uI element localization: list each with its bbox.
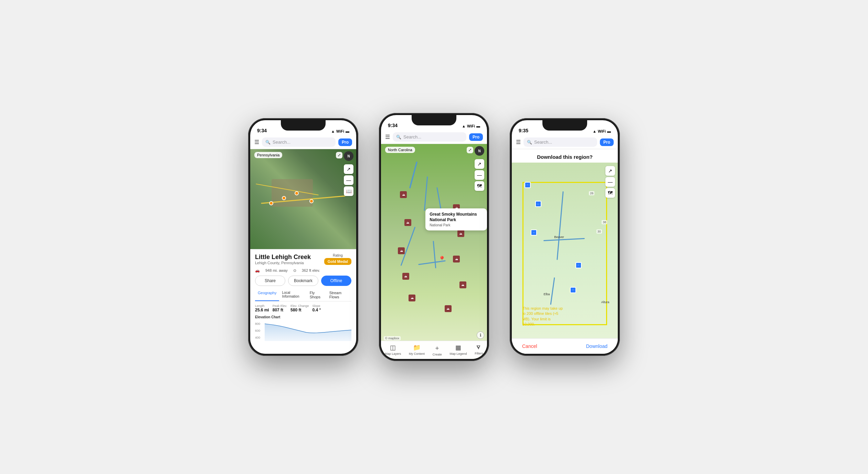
bottom-tab-content-label-2: My Content [409, 352, 425, 356]
download-header-3: Download this region? [512, 149, 618, 163]
map-controls-2: ↗ — 🗺 [475, 159, 484, 191]
download-footer-3: Cancel Download [512, 338, 618, 354]
bottom-tab-filters-label-2: Filters [475, 352, 483, 355]
bottom-tab-layers-label-2: Map Layers [385, 352, 401, 356]
scene: 9:34 ▲ WiFi ▬ ☰ 🔍 Search... Pro [234, 99, 634, 375]
zoom-btn-3[interactable]: — [605, 177, 615, 187]
bookmark-button-1[interactable]: Bookmark [288, 276, 318, 286]
search-bar-1: ☰ 🔍 Search... Pro [250, 135, 356, 149]
route-marker-2: ← [531, 229, 537, 236]
town-label-beaver: Beaver [554, 235, 564, 239]
tab-fly-shops-1[interactable]: Fly Shops [307, 289, 327, 301]
trail-marker-4: ⛰ [402, 273, 409, 280]
stat-elev-change-value-1: 580 ft [290, 308, 309, 312]
search-input-area-3[interactable]: 🔍 Search... [523, 137, 597, 147]
stat-length-value-1: 25.6 mi [255, 308, 269, 312]
status-icons-2: ▲ WiFi ▬ [462, 124, 480, 128]
stat-length-label-1: Length [255, 304, 269, 308]
offline-button-1[interactable]: Offline [321, 276, 351, 286]
status-icons-3: ▲ WiFi ▬ [593, 129, 611, 133]
zoom-btn-2[interactable]: — [475, 170, 484, 180]
tabs-row-1: Geography Local Information Fly Shops St… [255, 289, 351, 301]
compass-2: N [475, 146, 484, 156]
tab-local-1[interactable]: Local Information [279, 289, 307, 301]
trail-marker-9: ⛰ [459, 281, 466, 288]
elev-y-400: 400 [255, 336, 263, 339]
map-popup-2[interactable]: Great Smoky Mountains National Park Nati… [425, 208, 487, 230]
bottom-tab-filters-2[interactable]: ⛛ Filters [475, 344, 483, 356]
trail-header-1: Little Lehigh Creek Lehigh County, Penns… [255, 254, 351, 267]
menu-icon-3[interactable]: ☰ [516, 139, 521, 145]
town-label-elba: Elba [543, 292, 550, 296]
stat-peak-elev-value-1: 807 ft [273, 308, 287, 312]
bottom-tab-create-label-2: Create [433, 353, 442, 356]
search-input-area-2[interactable]: 🔍 Search... [393, 132, 466, 142]
route-marker-arrow-1: ← [537, 203, 540, 206]
search-icon-3: 🔍 [527, 140, 532, 145]
search-icon-1: 🔍 [265, 140, 271, 145]
status-icons-1: ▲ WiFi ▬ [331, 129, 349, 133]
cancel-button-3[interactable]: Cancel [522, 343, 537, 349]
location-btn-2[interactable]: ↗ [475, 159, 484, 169]
battery-icon-1: ▬ [346, 129, 349, 133]
bottom-tab-content-2[interactable]: 📁 My Content [409, 344, 425, 356]
tab-geography-1[interactable]: Geography [255, 289, 279, 301]
layers-btn-3[interactable]: 🗺 [605, 188, 615, 198]
bottom-tab-layers-2[interactable]: ◫ Map Layers [385, 344, 401, 356]
search-placeholder-1: Search... [273, 140, 290, 145]
trail-elevation-1: 362 ft elev. [302, 268, 320, 273]
search-icon-2: 🔍 [396, 135, 401, 140]
search-bar-2: ☰ 🔍 Search... Pro [381, 130, 487, 144]
map-area-3: ↗ — 🗺 ← ← ← ← ← [512, 163, 618, 354]
route-marker-arrow-3: ← [577, 264, 580, 267]
action-buttons-1: Share Bookmark Offline [255, 276, 351, 286]
phone-2: 9:34 ▲ WiFi ▬ ☰ 🔍 Search... Pro [379, 113, 489, 361]
search-placeholder-2: Search... [403, 134, 421, 140]
pro-badge-3[interactable]: Pro [600, 138, 614, 146]
route-marker-arrow-4: ← [572, 288, 574, 291]
gold-medal-badge-1: Gold Medal [324, 258, 351, 265]
wifi-icon-1: WiFi [336, 129, 344, 133]
status-time-1: 9:34 [257, 128, 267, 133]
share-button-1[interactable]: Share [255, 276, 285, 286]
route-marker-arrow-2: ← [532, 231, 535, 234]
search-input-area-1[interactable]: 🔍 Search... [262, 137, 336, 147]
rating-box-1: Rating Gold Medal [324, 254, 351, 265]
trail-elev-icon: ⊙ [293, 268, 296, 273]
trail-subtitle-1: Lehigh County, Pennsylvania [255, 261, 311, 265]
zoom-btn-1[interactable]: — [344, 175, 353, 185]
tab-stream-flows-1[interactable]: Stream Flows [327, 289, 351, 301]
phone-1: 9:34 ▲ WiFi ▬ ☰ 🔍 Search... Pro [248, 118, 358, 356]
layers-btn-1[interactable]: 📖 [344, 186, 353, 196]
menu-icon-2[interactable]: ☰ [385, 134, 390, 140]
info-btn-2[interactable]: ℹ [477, 331, 484, 339]
elev-y-600: 600 [255, 329, 263, 332]
pro-badge-1[interactable]: Pro [338, 138, 352, 146]
offline-warning-3: This region may take up to 200 offline t… [522, 306, 564, 327]
stat-slope-label-1: Slope [312, 304, 321, 308]
stat-peak-elev-label-1: Peak Elev. [273, 304, 287, 308]
bottom-tab-legend-2[interactable]: ▦ Map Legend [449, 344, 467, 356]
popup-subtitle-2: National Park [430, 223, 483, 227]
legend-icon-2: ▦ [455, 344, 461, 351]
rating-label-1: Rating [324, 254, 351, 257]
elev-chart-area-1 [265, 320, 351, 341]
map-area-1: Pennsylvania ⤢ N ↗ — 📖 [250, 149, 356, 249]
map-controls-3: ↗ — 🗺 [605, 166, 615, 198]
download-button-3[interactable]: Download [586, 343, 607, 349]
location-btn-1[interactable]: ↗ [344, 164, 353, 174]
compass-1: N [344, 151, 353, 161]
trail-marker-1: ⛰ [400, 191, 407, 198]
menu-icon-1[interactable]: ☰ [254, 139, 259, 145]
trail-marker-7: ⛰ [457, 230, 464, 237]
state-label-2: North Carolina [385, 147, 415, 153]
route-marker-1: ← [535, 201, 541, 207]
status-time-2: 9:34 [388, 123, 398, 128]
mapbox-attr-2: © mapbox [384, 336, 401, 340]
pro-badge-2[interactable]: Pro [469, 133, 483, 141]
layers-btn-2[interactable]: 🗺 [475, 181, 484, 191]
expand-icon-1[interactable]: ⤢ [336, 152, 342, 158]
bottom-tab-create-2[interactable]: ＋ Create [433, 344, 442, 356]
location-btn-3[interactable]: ↗ [605, 166, 615, 176]
expand-icon-2[interactable]: ⤢ [467, 147, 473, 153]
